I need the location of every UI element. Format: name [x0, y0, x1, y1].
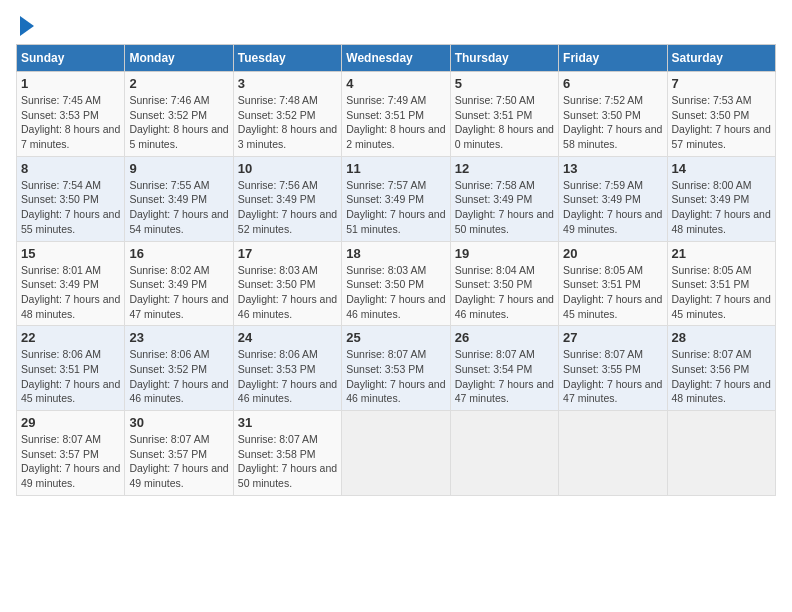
logo-arrow-icon	[20, 16, 34, 36]
day-number: 30	[129, 415, 228, 430]
day-number: 5	[455, 76, 554, 91]
day-info: Sunrise: 8:01 AMSunset: 3:49 PMDaylight:…	[21, 263, 120, 322]
calendar-cell: 7Sunrise: 7:53 AMSunset: 3:50 PMDaylight…	[667, 72, 775, 157]
day-info: Sunrise: 8:06 AMSunset: 3:52 PMDaylight:…	[129, 347, 228, 406]
calendar-cell: 4Sunrise: 7:49 AMSunset: 3:51 PMDaylight…	[342, 72, 450, 157]
day-info: Sunrise: 8:07 AMSunset: 3:58 PMDaylight:…	[238, 432, 337, 491]
day-number: 10	[238, 161, 337, 176]
day-info: Sunrise: 8:07 AMSunset: 3:55 PMDaylight:…	[563, 347, 662, 406]
day-info: Sunrise: 8:05 AMSunset: 3:51 PMDaylight:…	[672, 263, 771, 322]
calendar-cell: 22Sunrise: 8:06 AMSunset: 3:51 PMDayligh…	[17, 326, 125, 411]
column-header-wednesday: Wednesday	[342, 45, 450, 72]
week-row-3: 15Sunrise: 8:01 AMSunset: 3:49 PMDayligh…	[17, 241, 776, 326]
calendar-cell: 18Sunrise: 8:03 AMSunset: 3:50 PMDayligh…	[342, 241, 450, 326]
day-info: Sunrise: 8:06 AMSunset: 3:51 PMDaylight:…	[21, 347, 120, 406]
calendar-cell: 2Sunrise: 7:46 AMSunset: 3:52 PMDaylight…	[125, 72, 233, 157]
day-number: 22	[21, 330, 120, 345]
day-info: Sunrise: 8:07 AMSunset: 3:57 PMDaylight:…	[129, 432, 228, 491]
calendar-cell: 11Sunrise: 7:57 AMSunset: 3:49 PMDayligh…	[342, 156, 450, 241]
day-info: Sunrise: 7:57 AMSunset: 3:49 PMDaylight:…	[346, 178, 445, 237]
calendar-cell: 8Sunrise: 7:54 AMSunset: 3:50 PMDaylight…	[17, 156, 125, 241]
day-number: 20	[563, 246, 662, 261]
calendar-cell: 30Sunrise: 8:07 AMSunset: 3:57 PMDayligh…	[125, 411, 233, 496]
day-number: 14	[672, 161, 771, 176]
column-header-thursday: Thursday	[450, 45, 558, 72]
day-number: 26	[455, 330, 554, 345]
day-info: Sunrise: 8:03 AMSunset: 3:50 PMDaylight:…	[238, 263, 337, 322]
day-number: 19	[455, 246, 554, 261]
day-number: 15	[21, 246, 120, 261]
day-info: Sunrise: 7:52 AMSunset: 3:50 PMDaylight:…	[563, 93, 662, 152]
day-number: 7	[672, 76, 771, 91]
day-number: 27	[563, 330, 662, 345]
week-row-4: 22Sunrise: 8:06 AMSunset: 3:51 PMDayligh…	[17, 326, 776, 411]
day-info: Sunrise: 7:56 AMSunset: 3:49 PMDaylight:…	[238, 178, 337, 237]
day-number: 29	[21, 415, 120, 430]
calendar-cell	[342, 411, 450, 496]
calendar-cell: 23Sunrise: 8:06 AMSunset: 3:52 PMDayligh…	[125, 326, 233, 411]
calendar-cell: 6Sunrise: 7:52 AMSunset: 3:50 PMDaylight…	[559, 72, 667, 157]
day-number: 1	[21, 76, 120, 91]
calendar-cell: 29Sunrise: 8:07 AMSunset: 3:57 PMDayligh…	[17, 411, 125, 496]
day-info: Sunrise: 8:05 AMSunset: 3:51 PMDaylight:…	[563, 263, 662, 322]
day-info: Sunrise: 8:00 AMSunset: 3:49 PMDaylight:…	[672, 178, 771, 237]
calendar-cell: 19Sunrise: 8:04 AMSunset: 3:50 PMDayligh…	[450, 241, 558, 326]
page-header	[16, 16, 776, 36]
calendar-cell	[667, 411, 775, 496]
calendar-cell: 25Sunrise: 8:07 AMSunset: 3:53 PMDayligh…	[342, 326, 450, 411]
day-number: 4	[346, 76, 445, 91]
day-number: 12	[455, 161, 554, 176]
day-info: Sunrise: 8:07 AMSunset: 3:57 PMDaylight:…	[21, 432, 120, 491]
calendar-cell: 1Sunrise: 7:45 AMSunset: 3:53 PMDaylight…	[17, 72, 125, 157]
day-number: 24	[238, 330, 337, 345]
calendar-body: 1Sunrise: 7:45 AMSunset: 3:53 PMDaylight…	[17, 72, 776, 496]
day-number: 9	[129, 161, 228, 176]
day-number: 25	[346, 330, 445, 345]
calendar-cell: 15Sunrise: 8:01 AMSunset: 3:49 PMDayligh…	[17, 241, 125, 326]
day-info: Sunrise: 7:58 AMSunset: 3:49 PMDaylight:…	[455, 178, 554, 237]
calendar-cell: 20Sunrise: 8:05 AMSunset: 3:51 PMDayligh…	[559, 241, 667, 326]
column-header-sunday: Sunday	[17, 45, 125, 72]
day-info: Sunrise: 8:06 AMSunset: 3:53 PMDaylight:…	[238, 347, 337, 406]
calendar-cell: 12Sunrise: 7:58 AMSunset: 3:49 PMDayligh…	[450, 156, 558, 241]
calendar-cell: 3Sunrise: 7:48 AMSunset: 3:52 PMDaylight…	[233, 72, 341, 157]
calendar-cell: 17Sunrise: 8:03 AMSunset: 3:50 PMDayligh…	[233, 241, 341, 326]
week-row-5: 29Sunrise: 8:07 AMSunset: 3:57 PMDayligh…	[17, 411, 776, 496]
day-info: Sunrise: 7:49 AMSunset: 3:51 PMDaylight:…	[346, 93, 445, 152]
calendar-cell: 28Sunrise: 8:07 AMSunset: 3:56 PMDayligh…	[667, 326, 775, 411]
calendar-cell: 24Sunrise: 8:06 AMSunset: 3:53 PMDayligh…	[233, 326, 341, 411]
day-info: Sunrise: 8:04 AMSunset: 3:50 PMDaylight:…	[455, 263, 554, 322]
calendar-header: SundayMondayTuesdayWednesdayThursdayFrid…	[17, 45, 776, 72]
calendar-cell: 16Sunrise: 8:02 AMSunset: 3:49 PMDayligh…	[125, 241, 233, 326]
day-number: 28	[672, 330, 771, 345]
day-number: 18	[346, 246, 445, 261]
day-number: 23	[129, 330, 228, 345]
day-info: Sunrise: 7:59 AMSunset: 3:49 PMDaylight:…	[563, 178, 662, 237]
day-info: Sunrise: 7:48 AMSunset: 3:52 PMDaylight:…	[238, 93, 337, 152]
column-header-tuesday: Tuesday	[233, 45, 341, 72]
calendar-cell	[559, 411, 667, 496]
day-number: 2	[129, 76, 228, 91]
header-row: SundayMondayTuesdayWednesdayThursdayFrid…	[17, 45, 776, 72]
day-info: Sunrise: 7:55 AMSunset: 3:49 PMDaylight:…	[129, 178, 228, 237]
day-info: Sunrise: 7:50 AMSunset: 3:51 PMDaylight:…	[455, 93, 554, 152]
day-info: Sunrise: 8:02 AMSunset: 3:49 PMDaylight:…	[129, 263, 228, 322]
day-number: 16	[129, 246, 228, 261]
day-number: 31	[238, 415, 337, 430]
day-info: Sunrise: 8:07 AMSunset: 3:56 PMDaylight:…	[672, 347, 771, 406]
calendar-cell: 14Sunrise: 8:00 AMSunset: 3:49 PMDayligh…	[667, 156, 775, 241]
week-row-2: 8Sunrise: 7:54 AMSunset: 3:50 PMDaylight…	[17, 156, 776, 241]
day-number: 13	[563, 161, 662, 176]
calendar-cell: 26Sunrise: 8:07 AMSunset: 3:54 PMDayligh…	[450, 326, 558, 411]
day-number: 21	[672, 246, 771, 261]
week-row-1: 1Sunrise: 7:45 AMSunset: 3:53 PMDaylight…	[17, 72, 776, 157]
day-info: Sunrise: 7:54 AMSunset: 3:50 PMDaylight:…	[21, 178, 120, 237]
column-header-monday: Monday	[125, 45, 233, 72]
column-header-friday: Friday	[559, 45, 667, 72]
day-number: 17	[238, 246, 337, 261]
logo	[16, 16, 34, 36]
day-number: 6	[563, 76, 662, 91]
calendar-cell: 27Sunrise: 8:07 AMSunset: 3:55 PMDayligh…	[559, 326, 667, 411]
day-info: Sunrise: 8:07 AMSunset: 3:53 PMDaylight:…	[346, 347, 445, 406]
day-info: Sunrise: 7:45 AMSunset: 3:53 PMDaylight:…	[21, 93, 120, 152]
